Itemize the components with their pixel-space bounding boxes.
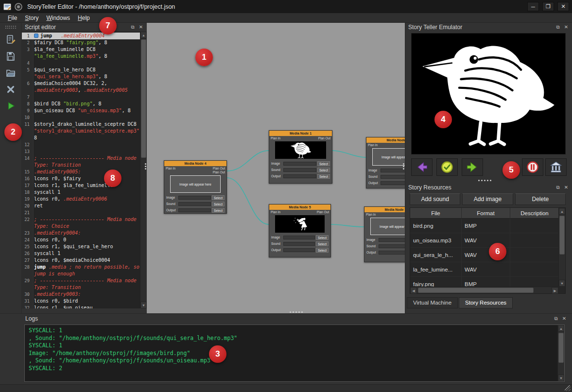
scrollbar-track[interactable] — [559, 215, 565, 280]
node-select-button[interactable]: Select — [316, 235, 329, 240]
code-line[interactable]: 15.mediaEntry0005: — [22, 169, 140, 175]
toolbar-handle[interactable] — [5, 26, 16, 29]
logs-scrollbar[interactable]: ▲ ▼ — [557, 325, 564, 381]
media-node[interactable]: Media Node 4Plan InPlan OutPlan OutImage… — [164, 160, 227, 214]
scrollbar-thumb[interactable] — [418, 288, 534, 293]
code-line[interactable]: 4 — [22, 60, 140, 67]
code-line[interactable]: "story1_drako_luminelle_sceptre.mp3", — [22, 128, 140, 135]
scrollbar-track[interactable] — [558, 332, 564, 375]
node-select-button[interactable]: Select — [212, 202, 225, 206]
node-select-button[interactable]: Select — [317, 174, 330, 179]
float-icon[interactable]: ⧉ — [130, 24, 136, 30]
close-button[interactable]: ✕ — [557, 2, 569, 11]
node-select-button[interactable]: Select — [212, 195, 225, 200]
menu-file[interactable]: File — [4, 13, 21, 23]
output-port[interactable]: Plan Out — [318, 136, 330, 140]
code-line[interactable]: 11$story1_drako_luminelle_sceptre DC8 — [22, 121, 140, 128]
close-icon[interactable]: ✕ — [563, 24, 569, 30]
node-select-button[interactable]: Select — [316, 241, 329, 246]
tab-story-resources[interactable]: Story Resources — [459, 297, 513, 308]
save-button[interactable] — [3, 49, 18, 64]
column-header-file[interactable]: File — [410, 208, 462, 219]
float-icon[interactable]: ⧉ — [555, 185, 561, 190]
pause-button[interactable] — [522, 158, 543, 176]
code-line[interactable]: 26syscall 1 — [22, 250, 140, 257]
table-row[interactable]: fairy.pngBMP — [410, 277, 559, 287]
input-port[interactable]: Plan In — [271, 210, 280, 214]
code-line[interactable]: 28jump .media ; no return possible, so a — [22, 264, 140, 271]
code-line[interactable]: 10 — [22, 114, 140, 121]
code-line[interactable]: "qui_sera_le_hero.mp3", 8 — [22, 73, 140, 80]
code-line[interactable]: 18syscall 1 — [22, 189, 140, 196]
scroll-right-icon[interactable]: ▶ — [552, 287, 558, 294]
close-icon[interactable]: ✕ — [561, 316, 567, 322]
column-header-description[interactable]: Description — [510, 208, 559, 219]
close-project-button[interactable] — [3, 82, 18, 97]
output-port[interactable]: Plan Out — [213, 170, 225, 174]
scroll-down-icon[interactable]: ▼ — [559, 280, 565, 287]
code-line[interactable]: Type: Transition — [22, 162, 140, 169]
code-line[interactable]: 31lcons r0, $bird — [22, 298, 140, 305]
menu-windows[interactable]: Windows — [42, 13, 74, 23]
code-line[interactable]: 23.mediaEntry0004: — [22, 230, 140, 237]
node-select-button[interactable]: Select — [212, 208, 225, 213]
new-script-button[interactable] — [3, 33, 18, 47]
menu-story[interactable]: Story — [21, 13, 42, 23]
resize-grip[interactable] — [565, 385, 571, 391]
add-image-button[interactable]: Add image — [462, 193, 513, 205]
scrollbar-track[interactable] — [417, 287, 552, 293]
scroll-down-icon[interactable]: ▼ — [140, 302, 147, 308]
code-line[interactable]: 30.mediaEntry0003: — [22, 291, 140, 298]
validate-button[interactable] — [436, 158, 458, 176]
resources-vscrollbar[interactable]: ▲ ▼ — [558, 208, 565, 287]
splitter-handle[interactable] — [403, 163, 404, 165]
logs-content[interactable]: SYSCALL: 1, Sound: "/home/anthony/ostpro… — [24, 324, 565, 382]
code-line[interactable]: 6$mediaChoice0004 DC32, 2, — [22, 80, 140, 87]
script-scrollbar[interactable]: ▲ ▼ — [140, 32, 147, 308]
scroll-up-icon[interactable]: ▲ — [140, 32, 147, 38]
code-line[interactable]: 17lcons r1, $la_fee_luminelle — [22, 182, 140, 189]
node-canvas[interactable]: Media Node 4Plan InPlan OutPlan OutImage… — [147, 23, 405, 313]
scroll-down-icon[interactable]: ▼ — [558, 375, 564, 381]
scrollbar-thumb[interactable] — [559, 216, 565, 255]
close-icon[interactable]: ✕ — [563, 185, 569, 190]
scrollbar-thumb[interactable] — [558, 333, 564, 363]
code-line[interactable]: Type: Transition — [22, 284, 140, 291]
code-line[interactable]: .mediaEntry0003, .mediaEntry0005 — [22, 87, 140, 94]
close-icon[interactable]: ✕ — [138, 24, 144, 30]
minimize-button[interactable]: ─ — [527, 2, 539, 11]
media-node[interactable]: Media Node 5Plan InPlan OutImageSelectSo… — [269, 204, 331, 257]
code-line[interactable]: 16lcons r0, $fairy — [22, 175, 140, 182]
input-port[interactable]: Plan In — [366, 213, 376, 217]
next-button[interactable] — [462, 158, 483, 176]
home-button[interactable] — [545, 158, 567, 176]
output-port[interactable]: Plan Out — [317, 210, 329, 214]
scrollbar-thumb[interactable] — [141, 39, 146, 158]
code-line[interactable]: 14; ---------------------- Media node — [22, 155, 140, 162]
splitter-handle[interactable] — [145, 163, 146, 165]
tab-virtual-machine[interactable]: Virtual Machine — [407, 297, 458, 308]
code-line[interactable]: 13 — [22, 148, 140, 155]
input-port[interactable]: Plan In — [271, 136, 280, 140]
delete-button[interactable]: Delete — [515, 193, 566, 205]
table-row[interactable]: bird.pngBMP — [410, 219, 559, 233]
code-line[interactable]: "la_fee_luminelle.mp3", 8 — [22, 53, 140, 60]
code-line[interactable]: Type: Choice — [22, 223, 140, 230]
float-icon[interactable]: ⧉ — [553, 316, 559, 322]
menu-help[interactable]: Help — [74, 13, 94, 23]
column-header-format[interactable]: Format — [462, 208, 510, 219]
code-line[interactable]: 7 — [22, 94, 140, 101]
maximize-button[interactable]: ❐ — [542, 2, 554, 11]
scroll-left-icon[interactable]: ◀ — [410, 287, 417, 294]
table-row[interactable]: qui_sera_le_h...WAV — [410, 248, 559, 262]
input-port[interactable]: Plan In — [368, 143, 378, 147]
code-line[interactable]: 27lcons r0, $mediaChoice0004 — [22, 257, 140, 264]
node-select-button[interactable]: Select — [317, 161, 330, 166]
media-node[interactable]: Media Node 1Plan InPlan OutImageSelectSo… — [269, 130, 332, 184]
code-line[interactable]: 20ret — [22, 203, 140, 209]
code-line[interactable]: 9$un_oiseau DC8 "un_oiseau.mp3", 8 — [22, 107, 140, 114]
code-line[interactable]: 2$fairy DC8 "fairy.png", 8 — [22, 39, 140, 46]
code-line[interactable]: 25lcons r1, $qui_sera_le_hero — [22, 243, 140, 250]
code-line[interactable]: 8$bird DC8 "bird.png", 8 — [22, 101, 140, 107]
open-button[interactable] — [3, 66, 18, 80]
